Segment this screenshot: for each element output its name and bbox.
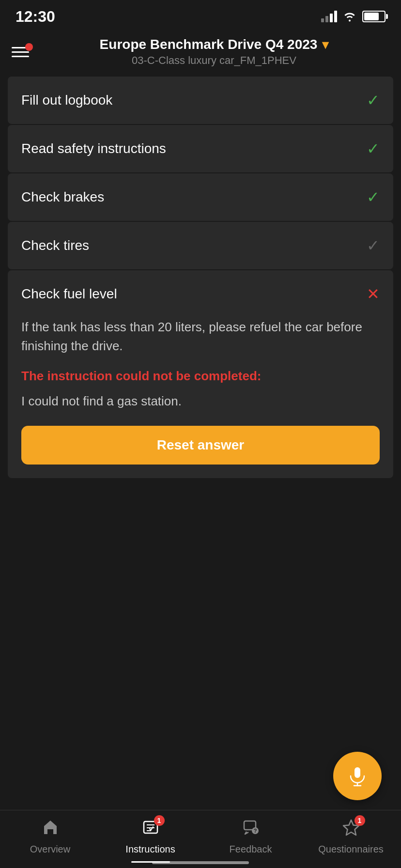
checklist-icon: 1 <box>141 818 160 841</box>
status-time: 12:30 <box>15 8 55 26</box>
task-list: Fill out logbook ✓ Read safety instructi… <box>0 77 401 478</box>
status-icons <box>321 11 386 22</box>
drive-title: Europe Benchmark Drive Q4 2023 <box>100 37 318 52</box>
check-completed-icon: ✓ <box>367 140 380 158</box>
star-icon: 1 <box>342 818 360 841</box>
nav-label-instructions: Instructions <box>125 844 175 855</box>
check-pending-icon: ✓ <box>367 236 380 255</box>
task-error-label: The instruction could not be completed: <box>21 367 380 385</box>
cross-failed-icon: ✕ <box>367 285 380 303</box>
bottom-nav: Overview 1 Instructions ? Feedbac <box>0 810 401 868</box>
feedback-icon: ? <box>242 818 260 841</box>
header-title-block: Europe Benchmark Drive Q4 2023 ▾ 03-C-Cl… <box>39 37 389 67</box>
nav-label-questionnaires: Questionnaires <box>318 844 384 855</box>
home-icon <box>41 818 60 841</box>
svg-text:?: ? <box>253 828 257 834</box>
nav-label-overview: Overview <box>30 844 70 855</box>
questionnaires-badge: 1 <box>355 815 365 826</box>
task-detail: If the tank has less than 20 liters, ple… <box>8 318 393 478</box>
status-bar: 12:30 <box>0 0 401 29</box>
chevron-down-icon[interactable]: ▾ <box>322 37 328 52</box>
signal-icon <box>321 11 337 22</box>
nav-item-instructions[interactable]: 1 Instructions <box>100 818 200 855</box>
check-completed-icon: ✓ <box>367 91 380 109</box>
instructions-badge: 1 <box>154 815 165 826</box>
microphone-fab-button[interactable] <box>333 752 382 800</box>
task-item-fill-logbook[interactable]: Fill out logbook ✓ <box>8 77 393 124</box>
task-item-check-brakes[interactable]: Check brakes ✓ <box>8 173 393 221</box>
nav-item-feedback[interactable]: ? Feedback <box>200 818 301 855</box>
task-item-row: Check fuel level ✕ <box>8 270 393 318</box>
wifi-icon <box>343 11 356 22</box>
drive-subtitle: 03-C-Class luxury car_FM_1PHEV <box>39 54 389 67</box>
battery-icon <box>362 11 386 22</box>
task-item-check-fuel[interactable]: Check fuel level ✕ If the tank has less … <box>8 270 393 478</box>
menu-badge <box>25 43 33 51</box>
menu-button[interactable] <box>12 47 29 57</box>
nav-item-overview[interactable]: Overview <box>0 818 100 855</box>
reset-answer-button[interactable]: Reset answer <box>21 426 380 465</box>
task-item-read-safety[interactable]: Read safety instructions ✓ <box>8 125 393 172</box>
task-label: Check tires <box>21 238 89 253</box>
task-label: Check brakes <box>21 189 104 205</box>
header: Europe Benchmark Drive Q4 2023 ▾ 03-C-Cl… <box>0 29 401 77</box>
nav-item-questionnaires[interactable]: 1 Questionnaires <box>301 818 401 855</box>
svg-rect-0 <box>355 767 360 778</box>
microphone-icon <box>347 765 368 787</box>
home-indicator <box>152 861 249 864</box>
task-label: Check fuel level <box>21 286 117 302</box>
task-user-response: I could not find a gas station. <box>21 392 380 410</box>
nav-label-feedback: Feedback <box>230 844 272 855</box>
task-label: Read safety instructions <box>21 141 166 156</box>
task-label: Fill out logbook <box>21 93 112 108</box>
task-item-check-tires[interactable]: Check tires ✓ <box>8 222 393 269</box>
check-completed-icon: ✓ <box>367 188 380 206</box>
task-description: If the tank has less than 20 liters, ple… <box>21 318 380 356</box>
